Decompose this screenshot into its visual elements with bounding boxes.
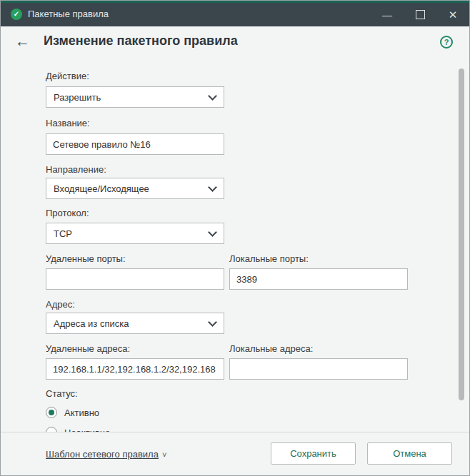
scrollbar-thumb[interactable] (459, 69, 464, 400)
minimize-button[interactable]: — (371, 3, 404, 26)
direction-value: Входящее/Исходящее (54, 183, 149, 194)
action-value: Разрешить (54, 92, 101, 103)
chevron-down-icon (208, 318, 217, 327)
direction-select[interactable]: Входящее/Исходящее (46, 178, 224, 199)
chevron-down-icon (208, 183, 217, 192)
titlebar[interactable]: ✓ Пакетные правила — ✕ (1, 1, 469, 26)
cancel-button[interactable]: Отмена (367, 442, 452, 465)
direction-label: Направление: (46, 164, 106, 175)
local-ports-label: Локальные порты: (229, 253, 309, 264)
window-title: Пакетные правила (28, 9, 109, 19)
chevron-down-icon: ˅ (162, 450, 166, 459)
radio-button-icon[interactable] (46, 407, 57, 418)
protocol-select[interactable]: TCP (46, 223, 224, 244)
address-label: Адрес: (46, 299, 75, 310)
back-button[interactable]: ← (15, 33, 30, 50)
kaspersky-shield-icon: ✓ (11, 9, 22, 20)
protocol-value: TCP (54, 228, 72, 239)
maximize-icon (416, 10, 425, 19)
footer-bar: Шаблон сетевого правила˅ Сохранить Отмен… (1, 432, 469, 475)
close-button[interactable]: ✕ (436, 3, 469, 26)
local-ports-input[interactable] (229, 268, 408, 290)
remote-addresses-label: Удаленные адреса: (46, 343, 130, 354)
action-label: Действие: (46, 71, 89, 81)
chevron-down-icon (208, 228, 217, 237)
status-option-active[interactable]: Активно (46, 407, 99, 418)
protocol-label: Протокол: (46, 208, 89, 218)
status-option-active-label: Активно (64, 407, 99, 418)
help-icon[interactable]: ? (440, 36, 453, 49)
name-label: Название: (46, 118, 90, 128)
remote-ports-label: Удаленные порты: (46, 253, 126, 264)
local-addresses-input[interactable] (229, 358, 408, 380)
status-label: Статус: (46, 388, 78, 399)
maximize-button[interactable] (404, 3, 436, 26)
page-title: Изменение пакетного правила (44, 34, 238, 49)
address-value: Адреса из списка (54, 318, 129, 329)
action-select[interactable]: Разрешить (46, 86, 224, 108)
window-controls: — ✕ (371, 3, 469, 26)
address-select[interactable]: Адреса из списка (46, 313, 224, 334)
remote-addresses-input[interactable] (46, 358, 224, 380)
remote-ports-input[interactable] (46, 268, 224, 290)
name-input[interactable] (46, 133, 224, 155)
local-addresses-label: Локальные адреса: (229, 343, 313, 354)
chevron-down-icon (208, 91, 217, 101)
network-rule-template-label: Шаблон сетевого правила (46, 449, 159, 460)
save-button[interactable]: Сохранить (271, 442, 356, 465)
network-rule-template-link[interactable]: Шаблон сетевого правила˅ (46, 449, 166, 460)
packet-rules-window: ✓ Пакетные правила — ✕ ← Изменение пакет… (0, 0, 470, 476)
